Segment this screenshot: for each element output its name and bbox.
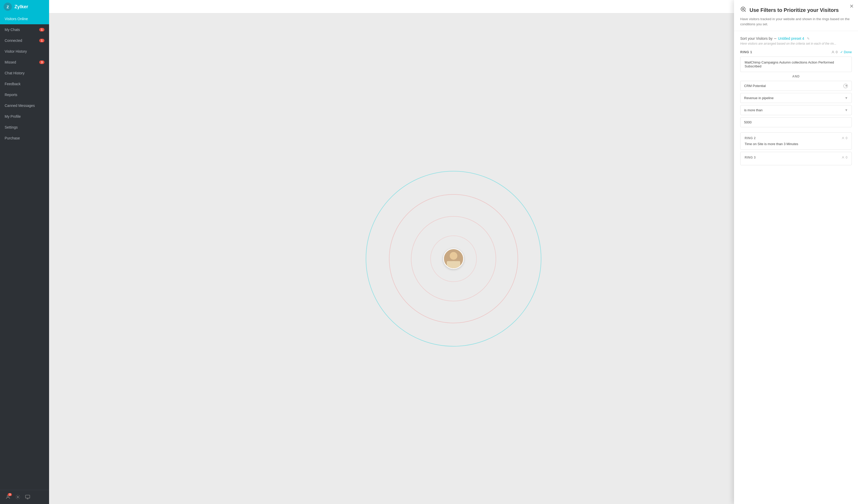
svg-point-7	[450, 252, 457, 260]
ring1-title: RING 1	[740, 50, 752, 54]
settings-icon[interactable]	[13, 492, 23, 502]
revenue-pipeline-dropdown[interactable]: Revenue in pipeline ▼	[740, 93, 852, 103]
sidebar-item-label: Settings	[5, 125, 18, 129]
sidebar-item-my-profile[interactable]: My Profile	[0, 111, 49, 122]
sort-row: Sort your Visitors by – Untitled preset …	[740, 36, 852, 41]
sort-label: Sort your Visitors by	[740, 36, 773, 40]
sidebar-item-label: Visitors Online	[5, 17, 28, 21]
close-button[interactable]: ✕	[849, 4, 854, 9]
visitor-avatar[interactable]	[443, 248, 464, 269]
rings-container	[363, 168, 544, 349]
sidebar-item-label: Canned Messages	[5, 103, 35, 108]
ring1-filter-box: MailChimp Campaigns Autumn collections A…	[740, 56, 852, 72]
main-content: ☰ 🔊 Patricia ▼	[49, 0, 858, 504]
ring3-title: RING 3	[745, 156, 756, 159]
my-chats-badge: 1	[39, 28, 44, 32]
sidebar-item-reports[interactable]: Reports	[0, 90, 49, 100]
value-field[interactable]: 5000	[740, 117, 852, 127]
ring1-count: 0	[831, 50, 838, 54]
missed-badge: 3	[39, 61, 44, 64]
agents-icon[interactable]: 3	[3, 492, 13, 502]
sidebar-item-label: Visitor History	[5, 49, 27, 53]
sidebar-item-purchase[interactable]: Purchase	[0, 133, 49, 144]
agents-badge: 3	[8, 493, 12, 496]
ring1-header: RING 1 0 ✓ Done	[740, 50, 852, 54]
chevron-down-icon: ▼	[845, 96, 848, 100]
svg-point-14	[842, 137, 844, 138]
sidebar-item-label: My Chats	[5, 28, 20, 32]
svg-point-12	[742, 8, 744, 10]
brand-name: Zylker	[14, 4, 28, 10]
ring1-meta: 0 ✓ Done	[831, 50, 852, 54]
sidebar-item-label: Feedback	[5, 82, 20, 86]
ring2-filter-text: Time on Site is more than 3 Minutes	[745, 142, 847, 146]
sidebar-item-feedback[interactable]: Feedback	[0, 79, 49, 90]
sort-dash: –	[774, 36, 776, 41]
connected-badge: 1	[39, 39, 44, 42]
svg-point-13	[832, 51, 833, 52]
monitor-icon[interactable]	[23, 492, 33, 502]
sidebar-item-label: Connected	[5, 38, 22, 43]
ring2-section: RING 2 0 Time on Site is more than 3 Min…	[740, 132, 852, 150]
filter-icon	[740, 6, 746, 14]
ring3-section: RING 3 0	[740, 152, 852, 165]
brand-logo: Z	[4, 3, 12, 11]
ring1-section: RING 1 0 ✓ Done	[740, 50, 852, 127]
svg-point-1	[17, 497, 19, 498]
radio-button[interactable]	[843, 84, 848, 88]
svg-rect-9	[447, 261, 460, 268]
svg-line-11	[745, 11, 746, 12]
and-separator: AND	[740, 75, 852, 78]
svg-rect-2	[26, 495, 30, 498]
condition-dropdown[interactable]: is more than ▼	[740, 105, 852, 115]
panel-title-row: Use Filters to Prioritize your Visitors	[740, 6, 852, 14]
sidebar: Z Zylker Visitors Online My Chats 1 Conn…	[0, 0, 49, 504]
sidebar-item-missed[interactable]: Missed 3	[0, 57, 49, 68]
sidebar-item-connected[interactable]: Connected 1	[0, 35, 49, 46]
sidebar-item-my-chats[interactable]: My Chats 1	[0, 24, 49, 35]
sidebar-nav: Visitors Online My Chats 1 Connected 1 V…	[0, 13, 49, 490]
filter-panel: ✕ Use Filters to Prioritize your Visitor…	[734, 0, 858, 504]
ring3-count: 0	[841, 156, 847, 159]
sidebar-item-label: My Profile	[5, 114, 21, 118]
sidebar-item-visitors-online[interactable]: Visitors Online	[0, 13, 49, 24]
sidebar-item-label: Purchase	[5, 136, 20, 140]
ring1-done-button[interactable]: ✓ Done	[840, 50, 852, 54]
panel-description: Have visitors tracked in your website an…	[740, 17, 852, 27]
sidebar-footer: 3	[0, 490, 49, 504]
chevron-down-icon: ▼	[845, 108, 848, 112]
sidebar-item-label: Missed	[5, 60, 16, 64]
sidebar-item-visitor-history[interactable]: Visitor History	[0, 46, 49, 57]
panel-body: Sort your Visitors by – Untitled preset …	[734, 31, 858, 173]
sidebar-item-settings[interactable]: Settings	[0, 122, 49, 133]
ring2-header: RING 2 0	[745, 136, 847, 140]
edit-icon[interactable]: ✎	[807, 37, 810, 40]
sidebar-item-label: Reports	[5, 93, 17, 97]
sidebar-item-chat-history[interactable]: Chat History	[0, 68, 49, 79]
svg-point-15	[842, 157, 844, 158]
ring2-title: RING 2	[745, 136, 756, 140]
panel-title: Use Filters to Prioritize your Visitors	[749, 7, 839, 13]
sidebar-item-canned-messages[interactable]: Canned Messages	[0, 100, 49, 111]
sort-hint: Here visitors are arranged based on the …	[740, 42, 852, 46]
sort-preset[interactable]: Untitled preset 4	[778, 36, 804, 40]
ring3-header: RING 3 0	[745, 156, 847, 159]
crm-potential-dropdown[interactable]: CRM Potential ▼	[740, 81, 852, 91]
panel-header: Use Filters to Prioritize your Visitors …	[734, 0, 858, 31]
ring2-count: 0	[841, 136, 847, 140]
sidebar-header: Z Zylker	[0, 0, 49, 13]
sidebar-item-label: Chat History	[5, 71, 25, 75]
